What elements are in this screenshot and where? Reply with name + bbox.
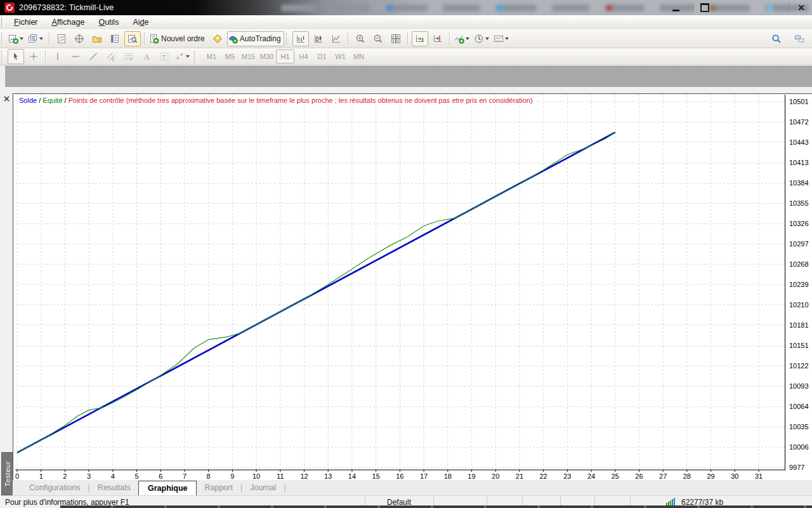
tester-tab-configurations[interactable]: Configurations [22, 481, 88, 495]
tester-chart-plot[interactable] [15, 95, 785, 474]
x-axis-label: 28 [683, 472, 691, 480]
status-cell-divider [487, 497, 487, 506]
crosshair-window-icon [74, 34, 84, 44]
hline-icon [70, 51, 81, 62]
close-button[interactable]: ✕ [793, 0, 809, 15]
toolbar-grip [194, 51, 198, 62]
svg-text:A: A [144, 53, 150, 62]
market-watch-button[interactable] [53, 31, 70, 46]
timeframe-bar: M1M5M15M30H1H4D1W1MN [202, 50, 368, 64]
chevron-down-icon [485, 37, 489, 40]
new-chart-button[interactable] [8, 31, 26, 46]
auto-scroll-icon [415, 34, 425, 44]
tile-windows-button[interactable] [388, 31, 404, 46]
autotrading-button[interactable]: AutoTrading [227, 31, 284, 46]
tester-side-tab[interactable]: Testeur [1, 452, 13, 495]
timeframe-d1[interactable]: D1 [313, 50, 331, 64]
blurred-tab[interactable] [605, 4, 645, 11]
menu-item-affichage[interactable]: Affichage [45, 18, 92, 27]
chart-shift-button[interactable] [429, 31, 446, 46]
terminal-button[interactable] [107, 31, 123, 46]
menu-item-aide[interactable]: Aide [126, 18, 155, 27]
blurred-tab[interactable] [709, 4, 750, 11]
profiles-button[interactable] [27, 31, 46, 46]
chevron-down-icon [186, 55, 190, 58]
terminal-notebook-icon [110, 34, 120, 44]
metaeditor-icon [213, 34, 223, 44]
toolbar-separator [348, 32, 349, 45]
template-icon [494, 34, 504, 44]
indicator-plus-icon [454, 34, 464, 44]
x-axis-label: 0 [15, 472, 19, 480]
blurred-tab[interactable] [281, 4, 316, 11]
strategy-tester-button[interactable] [124, 31, 141, 46]
svg-text:E: E [112, 57, 115, 62]
search-button[interactable] [768, 31, 785, 46]
indicators-button[interactable] [454, 31, 472, 46]
timeframe-m15[interactable]: M15 [239, 50, 258, 64]
text-button[interactable]: A [138, 49, 155, 64]
timeframe-h1[interactable]: H1 [276, 50, 294, 64]
periods-button[interactable] [473, 31, 492, 46]
tester-close-button[interactable] [3, 95, 11, 103]
x-axis-label: 30 [731, 472, 738, 480]
chat-button[interactable] [791, 31, 808, 46]
zoom-in-button[interactable] [352, 31, 369, 46]
arrow-objects-button[interactable] [174, 49, 192, 64]
x-axis-label: 20 [492, 472, 499, 480]
equidistant-channel-button[interactable]: E [103, 49, 119, 64]
horizontal-line-button[interactable] [67, 49, 84, 64]
crosshair-button[interactable] [25, 49, 42, 64]
chart-candles-button[interactable] [310, 31, 327, 46]
chevron-down-icon [505, 37, 509, 40]
timeframe-m1[interactable]: M1 [202, 50, 221, 64]
auto-scroll-button[interactable] [412, 31, 428, 46]
minimize-button[interactable] [667, 0, 684, 15]
trendline-button[interactable] [85, 49, 102, 64]
tester-tab-graphique[interactable]: Graphique [138, 481, 197, 495]
zoom-out-button[interactable] [370, 31, 386, 46]
chevron-down-icon [39, 37, 43, 40]
timeframe-w1[interactable]: W1 [331, 50, 350, 64]
x-axis-label: 15 [372, 472, 380, 480]
blurred-tab[interactable] [385, 4, 428, 11]
blurred-tab[interactable] [495, 4, 537, 11]
menu-item-outils[interactable]: Outils [91, 18, 126, 27]
tab-divider: | [284, 483, 285, 492]
fibonacci-button[interactable]: F [121, 49, 137, 64]
x-axis-label: 10 [252, 472, 260, 480]
text-label-button[interactable]: T [156, 49, 173, 64]
new-order-button[interactable]: Nouvel ordre [148, 31, 208, 46]
vertical-line-button[interactable] [49, 49, 66, 64]
y-axis-label: 10239 [789, 280, 811, 289]
legend-segment: Equité [43, 97, 62, 104]
y-axis-label: 10384 [789, 178, 811, 187]
chart-line-button[interactable] [328, 31, 344, 46]
chat-bubbles-icon [794, 34, 804, 44]
data-window-button[interactable] [71, 31, 88, 46]
blurred-browser-tabs [281, 3, 809, 13]
timeframe-m5[interactable]: M5 [221, 50, 239, 64]
x-axis-label: 16 [396, 472, 403, 480]
timeframe-m30[interactable]: M30 [258, 50, 276, 64]
navigator-button[interactable] [89, 31, 105, 46]
chart-bars-button[interactable] [292, 31, 309, 46]
blurred-tab[interactable] [552, 4, 589, 11]
y-axis-label: 10355 [789, 199, 811, 208]
timeframe-h4[interactable]: H4 [294, 50, 313, 64]
main-toolbar: Nouvel ordreAutoTrading [0, 29, 812, 48]
menu-item-fichier[interactable]: Fichier [7, 18, 45, 27]
blurred-tab[interactable] [331, 4, 370, 11]
metaeditor-button[interactable] [209, 31, 226, 46]
templates-button[interactable] [493, 31, 511, 46]
tester-tab-resultats[interactable]: Resultats [90, 481, 138, 495]
blurred-tab[interactable] [443, 4, 480, 11]
timeframe-mn[interactable]: MN [350, 50, 368, 64]
x-axis-label: 31 [755, 472, 763, 480]
tester-tab-rapport[interactable]: Rapport [197, 481, 240, 495]
y-axis-label: 10326 [789, 219, 811, 228]
cursor-button[interactable] [8, 49, 24, 64]
tester-tab-journal[interactable]: Journal [242, 481, 284, 495]
maximize-button[interactable] [697, 0, 713, 15]
x-axis-label: 26 [635, 472, 643, 480]
